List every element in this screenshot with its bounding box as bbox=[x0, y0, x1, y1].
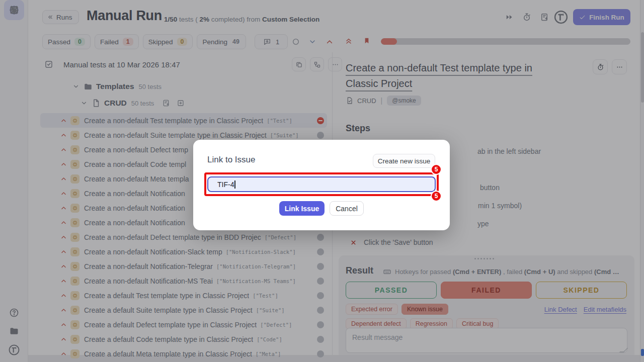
app-root: Runs Manual Run 1/50 tests ( 2% complete… bbox=[0, 0, 644, 362]
issue-id-value: TIF-4 bbox=[217, 180, 234, 189]
link-to-issue-modal: Link to Issue Create new issue TIF-4 55 … bbox=[193, 140, 450, 230]
issue-id-input[interactable]: TIF-4 bbox=[207, 176, 436, 192]
link-issue-button[interactable]: Link Issue bbox=[279, 201, 325, 216]
cancel-button[interactable]: Cancel bbox=[330, 201, 364, 216]
annotation-number-badge: 5 bbox=[431, 164, 442, 175]
modal-title: Link to Issue bbox=[207, 155, 255, 165]
text-caret bbox=[234, 180, 235, 189]
create-new-issue-button[interactable]: Create new issue bbox=[373, 154, 435, 168]
annotation-number-badge: 5 bbox=[431, 191, 442, 202]
